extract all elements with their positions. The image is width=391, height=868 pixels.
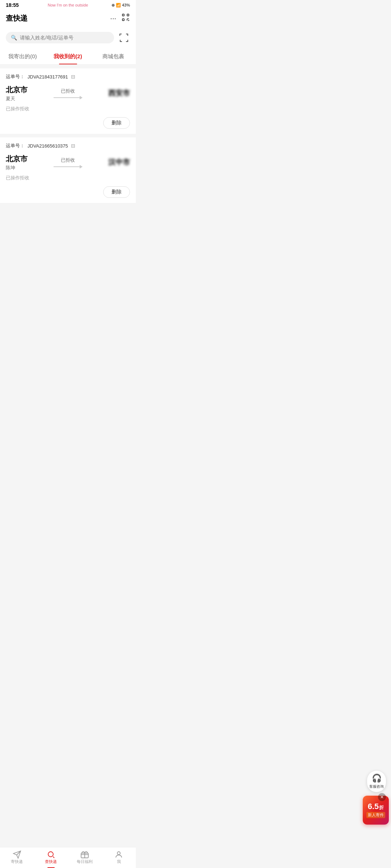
card-actions-2: 删除: [6, 186, 130, 198]
origin-city-name-2: 北京市: [6, 154, 28, 164]
route-arrow-2: [54, 165, 83, 169]
scan-button[interactable]: [121, 13, 130, 24]
packages-list: 运单号： JDVA21843177691 ⊟ 北京市 夏天 已拒收 西安市 已操…: [0, 65, 136, 207]
battery-text: 43%: [122, 3, 130, 7]
status-icons: ⊕ 📶 43%: [112, 3, 130, 8]
status-notification: Now I'm on the outside: [48, 3, 88, 7]
origin-city-2: 北京市 陈坤: [6, 154, 31, 171]
tab-shop[interactable]: 商城包裹: [91, 49, 136, 64]
page-title: 查快递: [6, 13, 28, 23]
origin-city-1: 北京市 夏天: [6, 85, 31, 102]
qr-icon: [119, 33, 129, 42]
tab-sent[interactable]: 我寄出的(0): [0, 49, 45, 64]
status-desc-1: 已操作拒收: [6, 106, 130, 112]
package-card-2: 运单号： JDVA21665610375 ⊟ 北京市 陈坤 已拒收 汉中市 已操…: [0, 137, 136, 203]
app-header: 查快递 ···: [0, 9, 136, 28]
scan-icon: [121, 13, 130, 22]
route-middle-1: 已拒收: [31, 88, 105, 99]
svg-rect-2: [122, 19, 124, 21]
tracking-row-2: 运单号： JDVA21665610375 ⊟: [6, 142, 130, 149]
tab-received[interactable]: 我收到的(2): [45, 49, 91, 64]
route-section-2: 北京市 陈坤 已拒收 汉中市: [6, 154, 130, 171]
qr-scan-button[interactable]: [118, 31, 130, 44]
header-actions: ···: [110, 13, 130, 24]
status-time: 18:55: [6, 2, 19, 8]
delete-button-2[interactable]: 删除: [103, 186, 130, 198]
tracking-label-1: 运单号：: [6, 73, 25, 80]
package-status-2: 已拒收: [61, 157, 75, 163]
origin-city-name-1: 北京市: [6, 85, 28, 95]
more-button[interactable]: ···: [110, 14, 116, 22]
dest-city-2: 汉中市: [105, 157, 130, 168]
tracking-label-2: 运单号：: [6, 142, 25, 149]
tracking-num-1: JDVA21843177691: [28, 74, 68, 80]
svg-rect-0: [122, 14, 124, 16]
route-arrow-1: [54, 96, 83, 99]
search-section: 🔍: [0, 28, 136, 49]
route-middle-2: 已拒收: [31, 157, 105, 169]
search-bar[interactable]: 🔍: [6, 32, 114, 43]
svg-rect-1: [127, 14, 129, 16]
search-input[interactable]: [20, 35, 109, 41]
bluetooth-icon: ⊕: [112, 3, 115, 8]
tracking-num-2: JDVA21665610375: [28, 143, 68, 149]
package-status-1: 已拒收: [61, 88, 75, 94]
delete-button-1[interactable]: 删除: [103, 117, 130, 129]
status-desc-2: 已操作拒收: [6, 175, 130, 181]
origin-name-1: 夏天: [6, 95, 15, 102]
tracking-row-1: 运单号： JDVA21843177691 ⊟: [6, 73, 130, 80]
search-icon: 🔍: [11, 35, 17, 41]
copy-button-2[interactable]: ⊟: [71, 143, 75, 149]
origin-name-2: 陈坤: [6, 165, 15, 171]
dest-city-name-1: 西安市: [108, 88, 130, 98]
tab-bar: 我寄出的(0) 我收到的(2) 商城包裹: [0, 49, 136, 65]
card-actions-1: 删除: [6, 117, 130, 129]
wifi-icon: 📶: [116, 3, 121, 8]
dest-city-1: 西安市: [105, 88, 130, 99]
dest-city-name-2: 汉中市: [108, 157, 130, 167]
route-section-1: 北京市 夏天 已拒收 西安市: [6, 85, 130, 102]
copy-button-1[interactable]: ⊟: [71, 74, 75, 80]
package-card-1: 运单号： JDVA21843177691 ⊟ 北京市 夏天 已拒收 西安市 已操…: [0, 68, 136, 134]
status-bar: 18:55 Now I'm on the outside ⊕ 📶 43%: [0, 0, 136, 9]
